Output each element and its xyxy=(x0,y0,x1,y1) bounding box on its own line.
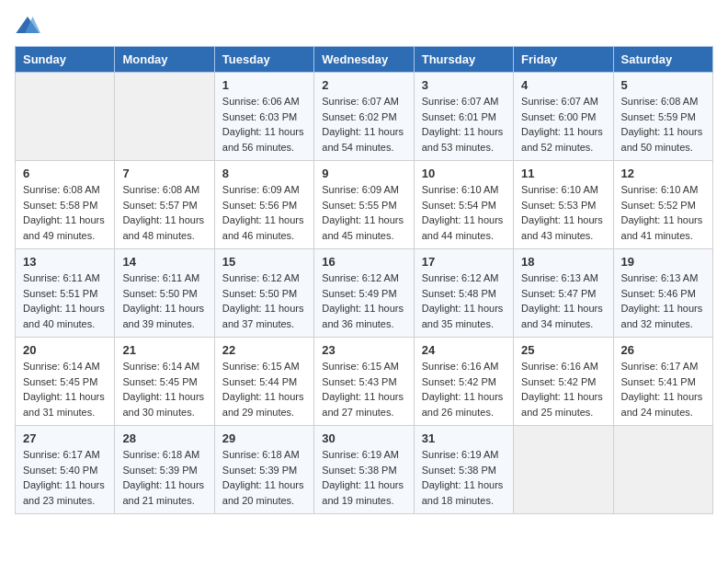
calendar-table: SundayMondayTuesdayWednesdayThursdayFrid… xyxy=(15,46,713,514)
day-number: 13 xyxy=(23,255,107,269)
calendar-cell: 13Sunrise: 6:11 AMSunset: 5:51 PMDayligh… xyxy=(16,249,115,338)
calendar-cell: 16Sunrise: 6:12 AMSunset: 5:49 PMDayligh… xyxy=(314,249,414,338)
calendar-cell: 27Sunrise: 6:17 AMSunset: 5:40 PMDayligh… xyxy=(16,426,115,514)
cell-content: Sunrise: 6:12 AMSunset: 5:50 PMDaylight:… xyxy=(222,270,306,331)
cell-content: Sunrise: 6:10 AMSunset: 5:52 PMDaylight:… xyxy=(621,182,705,243)
cell-content: Sunrise: 6:10 AMSunset: 5:54 PMDaylight:… xyxy=(422,182,506,243)
calendar-cell: 4Sunrise: 6:07 AMSunset: 6:00 PMDaylight… xyxy=(514,73,613,161)
day-number: 11 xyxy=(521,167,605,180)
calendar-cell: 30Sunrise: 6:19 AMSunset: 5:38 PMDayligh… xyxy=(314,426,414,514)
day-number: 28 xyxy=(122,431,206,445)
day-number: 25 xyxy=(521,343,605,357)
calendar-cell xyxy=(613,426,712,514)
cell-content: Sunrise: 6:13 AMSunset: 5:46 PMDaylight:… xyxy=(621,270,705,331)
day-number: 31 xyxy=(422,431,506,445)
day-number: 3 xyxy=(422,78,506,92)
cell-content: Sunrise: 6:14 AMSunset: 5:45 PMDaylight:… xyxy=(122,359,206,419)
calendar-cell xyxy=(16,73,115,161)
logo xyxy=(15,15,44,35)
day-number: 17 xyxy=(422,255,506,269)
cell-content: Sunrise: 6:11 AMSunset: 5:50 PMDaylight:… xyxy=(122,270,206,331)
cell-content: Sunrise: 6:18 AMSunset: 5:39 PMDaylight:… xyxy=(222,447,306,508)
calendar-cell: 21Sunrise: 6:14 AMSunset: 5:45 PMDayligh… xyxy=(115,338,214,426)
weekday-header-saturday: Saturday xyxy=(613,47,712,73)
cell-content: Sunrise: 6:12 AMSunset: 5:49 PMDaylight:… xyxy=(322,270,405,331)
calendar-cell: 5Sunrise: 6:08 AMSunset: 5:59 PMDaylight… xyxy=(613,73,712,161)
calendar-cell: 6Sunrise: 6:08 AMSunset: 5:58 PMDaylight… xyxy=(16,161,115,249)
day-number: 23 xyxy=(322,343,405,357)
cell-content: Sunrise: 6:08 AMSunset: 5:59 PMDaylight:… xyxy=(621,94,705,155)
cell-content: Sunrise: 6:06 AMSunset: 6:03 PMDaylight:… xyxy=(222,94,306,155)
calendar-cell: 23Sunrise: 6:15 AMSunset: 5:43 PMDayligh… xyxy=(314,338,414,426)
calendar-cell: 15Sunrise: 6:12 AMSunset: 5:50 PMDayligh… xyxy=(214,249,313,338)
cell-content: Sunrise: 6:09 AMSunset: 5:55 PMDaylight:… xyxy=(322,182,405,243)
day-number: 12 xyxy=(621,167,705,180)
cell-content: Sunrise: 6:18 AMSunset: 5:39 PMDaylight:… xyxy=(122,447,206,508)
calendar-cell: 12Sunrise: 6:10 AMSunset: 5:52 PMDayligh… xyxy=(613,161,712,249)
cell-content: Sunrise: 6:17 AMSunset: 5:41 PMDaylight:… xyxy=(621,359,705,419)
calendar-cell: 1Sunrise: 6:06 AMSunset: 6:03 PMDaylight… xyxy=(214,73,313,161)
calendar-cell: 8Sunrise: 6:09 AMSunset: 5:56 PMDaylight… xyxy=(214,161,313,249)
calendar-cell xyxy=(514,426,613,514)
day-number: 16 xyxy=(322,255,405,269)
day-number: 18 xyxy=(521,255,605,269)
cell-content: Sunrise: 6:16 AMSunset: 5:42 PMDaylight:… xyxy=(521,359,605,419)
weekday-header-thursday: Thursday xyxy=(414,47,513,73)
calendar-cell: 28Sunrise: 6:18 AMSunset: 5:39 PMDayligh… xyxy=(115,426,214,514)
calendar-cell: 11Sunrise: 6:10 AMSunset: 5:53 PMDayligh… xyxy=(514,161,613,249)
day-number: 8 xyxy=(222,167,306,180)
calendar-cell: 31Sunrise: 6:19 AMSunset: 5:38 PMDayligh… xyxy=(414,426,513,514)
page-header xyxy=(15,15,713,35)
cell-content: Sunrise: 6:12 AMSunset: 5:48 PMDaylight:… xyxy=(422,270,506,331)
cell-content: Sunrise: 6:16 AMSunset: 5:42 PMDaylight:… xyxy=(422,359,506,419)
calendar-cell xyxy=(115,73,214,161)
day-number: 10 xyxy=(422,167,506,180)
calendar-cell: 24Sunrise: 6:16 AMSunset: 5:42 PMDayligh… xyxy=(414,338,513,426)
cell-content: Sunrise: 6:07 AMSunset: 6:01 PMDaylight:… xyxy=(422,94,506,155)
calendar-cell: 19Sunrise: 6:13 AMSunset: 5:46 PMDayligh… xyxy=(613,249,712,338)
calendar-cell: 3Sunrise: 6:07 AMSunset: 6:01 PMDaylight… xyxy=(414,73,513,161)
cell-content: Sunrise: 6:08 AMSunset: 5:57 PMDaylight:… xyxy=(122,182,206,243)
calendar-cell: 17Sunrise: 6:12 AMSunset: 5:48 PMDayligh… xyxy=(414,249,513,338)
calendar-cell: 26Sunrise: 6:17 AMSunset: 5:41 PMDayligh… xyxy=(613,338,712,426)
cell-content: Sunrise: 6:19 AMSunset: 5:38 PMDaylight:… xyxy=(322,447,405,508)
calendar-cell: 29Sunrise: 6:18 AMSunset: 5:39 PMDayligh… xyxy=(214,426,313,514)
cell-content: Sunrise: 6:13 AMSunset: 5:47 PMDaylight:… xyxy=(521,270,605,331)
day-number: 29 xyxy=(222,431,306,445)
cell-content: Sunrise: 6:11 AMSunset: 5:51 PMDaylight:… xyxy=(23,270,107,331)
calendar-cell: 25Sunrise: 6:16 AMSunset: 5:42 PMDayligh… xyxy=(514,338,613,426)
weekday-header-monday: Monday xyxy=(115,47,214,73)
day-number: 20 xyxy=(23,343,107,357)
calendar-cell: 22Sunrise: 6:15 AMSunset: 5:44 PMDayligh… xyxy=(214,338,313,426)
day-number: 1 xyxy=(222,78,306,92)
cell-content: Sunrise: 6:15 AMSunset: 5:43 PMDaylight:… xyxy=(322,359,405,419)
day-number: 7 xyxy=(122,167,206,180)
calendar-cell: 9Sunrise: 6:09 AMSunset: 5:55 PMDaylight… xyxy=(314,161,414,249)
day-number: 19 xyxy=(621,255,705,269)
cell-content: Sunrise: 6:07 AMSunset: 6:02 PMDaylight:… xyxy=(322,94,405,155)
day-number: 26 xyxy=(621,343,705,357)
cell-content: Sunrise: 6:10 AMSunset: 5:53 PMDaylight:… xyxy=(521,182,605,243)
calendar-cell: 20Sunrise: 6:14 AMSunset: 5:45 PMDayligh… xyxy=(16,338,115,426)
day-number: 9 xyxy=(322,167,405,180)
calendar-cell: 2Sunrise: 6:07 AMSunset: 6:02 PMDaylight… xyxy=(314,73,414,161)
weekday-header-wednesday: Wednesday xyxy=(314,47,414,73)
day-number: 30 xyxy=(322,431,405,445)
cell-content: Sunrise: 6:17 AMSunset: 5:40 PMDaylight:… xyxy=(23,447,107,508)
cell-content: Sunrise: 6:15 AMSunset: 5:44 PMDaylight:… xyxy=(222,359,306,419)
day-number: 15 xyxy=(222,255,306,269)
day-number: 22 xyxy=(222,343,306,357)
day-number: 5 xyxy=(621,78,705,92)
weekday-header-tuesday: Tuesday xyxy=(214,47,313,73)
day-number: 24 xyxy=(422,343,506,357)
weekday-header-friday: Friday xyxy=(514,47,613,73)
cell-content: Sunrise: 6:19 AMSunset: 5:38 PMDaylight:… xyxy=(422,447,506,508)
day-number: 21 xyxy=(122,343,206,357)
day-number: 2 xyxy=(322,78,405,92)
calendar-cell: 10Sunrise: 6:10 AMSunset: 5:54 PMDayligh… xyxy=(414,161,513,249)
calendar-cell: 14Sunrise: 6:11 AMSunset: 5:50 PMDayligh… xyxy=(115,249,214,338)
day-number: 4 xyxy=(521,78,605,92)
cell-content: Sunrise: 6:14 AMSunset: 5:45 PMDaylight:… xyxy=(23,359,107,419)
cell-content: Sunrise: 6:07 AMSunset: 6:00 PMDaylight:… xyxy=(521,94,605,155)
logo-icon xyxy=(15,15,40,35)
